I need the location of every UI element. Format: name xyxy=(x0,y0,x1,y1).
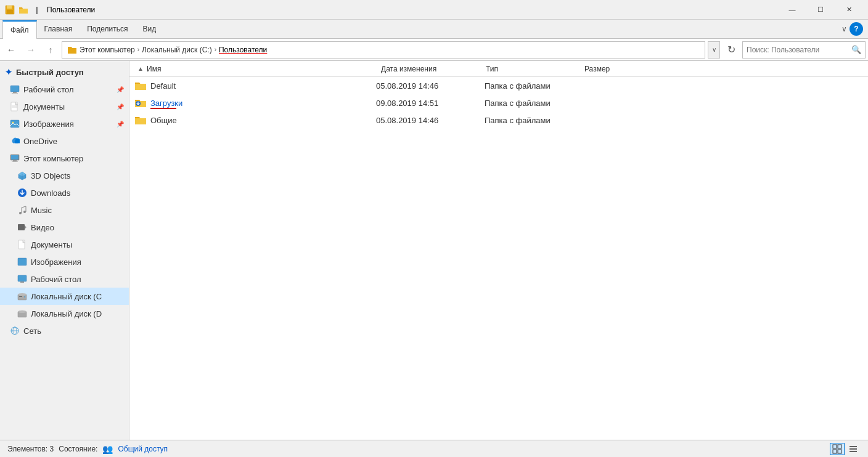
downloads-icon xyxy=(17,188,27,198)
ribbon-expand-icon[interactable]: ∨ xyxy=(841,25,847,33)
status-label: Состояние: xyxy=(59,445,97,453)
svg-rect-4 xyxy=(13,92,17,93)
file-row-default[interactable]: Default 05.08.2019 14:46 Папка с файлами xyxy=(129,77,868,94)
svg-rect-12 xyxy=(11,155,18,160)
divider-icon: | xyxy=(32,5,42,15)
content-area: ▲ Имя Дата изменения Тип Размер Default … xyxy=(129,61,868,440)
drive-c-icon xyxy=(17,291,27,301)
folder-icon-downloads xyxy=(134,97,147,109)
desktop-icon-2 xyxy=(17,274,27,284)
image-icon xyxy=(10,119,20,129)
window-controls[interactable]: — ☐ ✕ xyxy=(778,0,863,20)
address-dropdown-button[interactable]: ∨ xyxy=(708,41,720,59)
svg-rect-1 xyxy=(7,6,12,9)
search-input[interactable] xyxy=(747,46,849,54)
help-button[interactable]: ? xyxy=(850,22,863,36)
svg-rect-22 xyxy=(18,275,27,281)
up-button[interactable]: ↑ xyxy=(42,41,59,59)
file-type-downloads: Папка с файлами xyxy=(485,99,583,108)
sidebar: ✦ Быстрый доступ Рабочий стол 📌 Документ… xyxy=(0,61,129,440)
col-header-date[interactable]: Дата изменения xyxy=(381,65,486,73)
view-buttons xyxy=(830,443,861,455)
sidebar-item-drive-d[interactable]: Локальный диск (D xyxy=(0,305,129,322)
svg-marker-19 xyxy=(25,225,27,229)
document-icon xyxy=(10,102,20,111)
back-button[interactable]: ← xyxy=(2,41,20,59)
desktop-icon xyxy=(10,84,20,94)
path-segment-this-pc[interactable]: Этот компьютер xyxy=(80,46,135,54)
sidebar-item-documents-pc[interactable]: Документы xyxy=(0,236,129,253)
svg-rect-36 xyxy=(833,450,837,453)
tab-view[interactable]: Вид xyxy=(135,20,163,38)
file-row-public[interactable]: Общие 05.08.2019 14:46 Папка с файлами xyxy=(129,111,868,129)
network-icon xyxy=(10,326,20,336)
sidebar-item-video[interactable]: Видео xyxy=(0,219,129,236)
sidebar-item-desktop-pc[interactable]: Рабочий стол xyxy=(0,270,129,288)
sidebar-item-music[interactable]: Music xyxy=(0,201,129,219)
file-row-downloads[interactable]: Загрузки 09.08.2019 14:51 Папка с файлам… xyxy=(129,94,868,111)
svg-rect-14 xyxy=(12,161,18,162)
sidebar-item-downloads[interactable]: Downloads xyxy=(0,184,129,201)
music-icon xyxy=(17,205,27,215)
share-link[interactable]: Общий доступ xyxy=(118,445,168,453)
file-list: Default 05.08.2019 14:46 Папка с файлами… xyxy=(129,77,868,440)
video-icon xyxy=(17,222,27,232)
sidebar-item-images-quick[interactable]: Изображения 📌 xyxy=(0,115,129,132)
file-name-downloads: Загрузки xyxy=(150,99,372,108)
svg-rect-18 xyxy=(18,224,25,230)
svg-point-27 xyxy=(24,296,25,297)
sidebar-item-images-pc[interactable]: Изображения xyxy=(0,253,129,270)
item-count: Элементов: 3 xyxy=(7,445,54,453)
address-bar: ← → ↑ Этот компьютер › Локальный диск (C… xyxy=(0,39,868,61)
sidebar-item-drive-c[interactable]: Локальный диск (C xyxy=(0,288,129,305)
sidebar-item-documents-quick[interactable]: Документы 📌 xyxy=(0,98,129,115)
search-box[interactable]: 🔍 xyxy=(742,41,866,59)
sidebar-this-pc[interactable]: Этот компьютер xyxy=(0,150,129,167)
tab-file[interactable]: Файл xyxy=(2,20,37,39)
col-header-size[interactable]: Размер xyxy=(584,65,658,73)
view-list-button[interactable] xyxy=(846,443,861,455)
main-layout: ✦ Быстрый доступ Рабочий стол 📌 Документ… xyxy=(0,61,868,440)
path-segment-users[interactable]: Пользователи xyxy=(219,46,267,54)
svg-rect-37 xyxy=(838,450,841,453)
sidebar-network[interactable]: Сеть xyxy=(0,322,129,339)
sidebar-onedrive[interactable]: OneDrive xyxy=(0,132,129,150)
computer-icon xyxy=(10,153,20,163)
refresh-button[interactable]: ↻ xyxy=(723,41,740,59)
folder-icon-small xyxy=(18,5,28,15)
drive-d-icon xyxy=(17,309,27,318)
view-grid-button[interactable] xyxy=(830,443,845,455)
maximize-button[interactable]: ☐ xyxy=(806,0,835,20)
document-icon-2 xyxy=(17,240,27,249)
sort-arrow: ▲ xyxy=(134,65,147,72)
file-type-default: Папка с файлами xyxy=(485,81,583,91)
close-button[interactable]: ✕ xyxy=(835,0,863,20)
svg-point-29 xyxy=(18,310,27,313)
svg-point-25 xyxy=(18,293,27,296)
svg-point-16 xyxy=(19,212,22,214)
forward-button[interactable]: → xyxy=(22,41,39,59)
svg-rect-9 xyxy=(10,120,19,127)
star-icon: ✦ xyxy=(5,67,12,77)
svg-rect-35 xyxy=(838,445,841,448)
svg-rect-26 xyxy=(19,296,22,297)
tab-home[interactable]: Главная xyxy=(37,20,80,38)
svg-rect-34 xyxy=(833,445,837,448)
search-icon: 🔍 xyxy=(851,45,861,54)
sidebar-item-desktop-quick[interactable]: Рабочий стол 📌 xyxy=(0,81,129,98)
sidebar-item-3d[interactable]: 3D Objects xyxy=(0,167,129,184)
col-header-name[interactable]: Имя xyxy=(147,65,381,73)
ribbon: Файл Главная Поделиться Вид ∨ ? xyxy=(0,20,868,39)
image-icon-2 xyxy=(17,257,27,267)
window-title: Пользователи xyxy=(47,6,778,14)
path-arrow-2: › xyxy=(215,46,216,53)
pin-icon-3: 📌 xyxy=(117,121,124,127)
save-icon xyxy=(5,5,15,15)
minimize-button[interactable]: — xyxy=(778,0,806,20)
address-path[interactable]: Этот компьютер › Локальный диск (C:) › П… xyxy=(62,41,705,59)
path-segment-local-disk[interactable]: Локальный диск (C:) xyxy=(142,46,212,54)
col-header-type[interactable]: Тип xyxy=(486,65,584,73)
path-arrow-1: › xyxy=(137,46,139,53)
svg-point-17 xyxy=(23,211,26,213)
tab-share[interactable]: Поделиться xyxy=(80,20,135,38)
